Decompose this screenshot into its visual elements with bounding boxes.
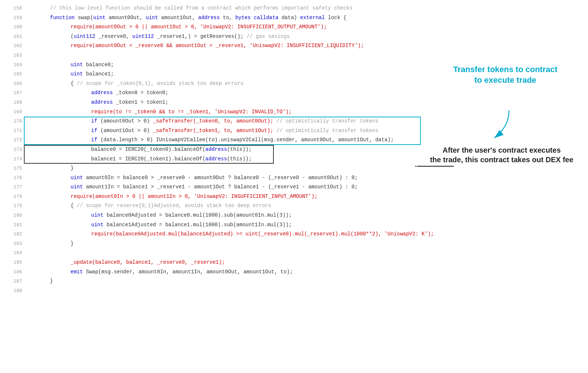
code-line: { // scope for _token{0,1}, avoids stack… xyxy=(29,79,584,89)
code-segment-kw: address xyxy=(91,98,116,107)
code-segment-kw: uint xyxy=(91,220,107,230)
code-line: uint balance1Adjusted = balance1.mul(100… xyxy=(29,220,584,230)
code-segment-kw: emit xyxy=(71,267,86,277)
line-number: 162 xyxy=(7,41,22,51)
code-segment-ident: amount1Out, xyxy=(161,13,198,23)
line-number: 166 xyxy=(7,79,22,89)
line-number: 187 xyxy=(7,277,22,286)
line-number: 183 xyxy=(7,239,22,249)
code-segment-comment: // this low-level function should be cal… xyxy=(50,4,352,13)
code-segment-ident: balance1; xyxy=(86,70,114,79)
code-segment-fn: require(balance0Adjusted.mul(balance1Adj… xyxy=(91,230,434,239)
code-line: require(amount0In > 0 || amount1In > 0, … xyxy=(29,192,584,202)
line-number: 180 xyxy=(7,211,22,220)
code-line: if (amount0Out > 0) _safeTransfer(_token… xyxy=(29,117,584,126)
line-number: 165 xyxy=(7,70,22,79)
line-number: 159 xyxy=(7,13,22,23)
line-number: 160 xyxy=(7,22,22,32)
line-number: 174 xyxy=(7,154,22,164)
code-segment-ident: Swap(msg.sender, amount0In, amount1In, a… xyxy=(86,267,293,277)
code-segment-ident: _token0 = token0; xyxy=(116,88,168,98)
line-number: 163 xyxy=(7,51,22,60)
code-line: } xyxy=(29,164,584,173)
code-segment-kw: address xyxy=(205,154,227,164)
code-line: address _token1 = token1; xyxy=(29,98,584,107)
code-segment-kw: bytes calldata xyxy=(235,13,282,23)
code-line: address _token0 = token0; xyxy=(29,88,584,98)
code-line: uint balance0Adjusted = balance0.mul(100… xyxy=(29,211,584,220)
code-segment-comment: // scope for _token{0,1}, avoids stack t… xyxy=(77,79,244,89)
line-number: 169 xyxy=(7,107,22,117)
code-segment-kw: external xyxy=(300,13,328,23)
code-line: balance1 = IERC20(_token1).balanceOf(add… xyxy=(29,154,584,164)
code-segment-ident: balance0 = IERC20(_token0).balanceOf( xyxy=(91,145,205,154)
code-segment-ident: (amount1Out > 0) xyxy=(100,126,153,136)
code-segment-fn: require(to != _token0 && to != _token1, … xyxy=(91,107,292,117)
code-segment-kw: uint112 xyxy=(74,32,98,42)
code-segment-ident: _token1 = token1; xyxy=(116,98,168,107)
code-line: { // scope for reserve{0,1}Adjusted, avo… xyxy=(29,201,584,211)
code-segment-fn: _safeTransfer(_token0, to, amount0Out); xyxy=(153,117,273,126)
code-segment-ident: { xyxy=(71,79,77,89)
code-line: balance0 = IERC20(_token0).balanceOf(add… xyxy=(29,145,584,154)
code-lines: // this low-level function should be cal… xyxy=(26,4,588,369)
code-line: if (amount1Out > 0) _safeTransfer(_token… xyxy=(29,126,584,136)
code-segment-ident: (amount0Out > 0) xyxy=(100,117,153,126)
code-segment-kw: address xyxy=(198,13,223,23)
code-segment-kw: uint xyxy=(71,60,86,70)
code-segment-fn: require(amount0Out < _reserve0 && amount… xyxy=(71,41,364,51)
code-segment-kw: uint112 xyxy=(132,32,157,42)
code-line xyxy=(29,248,584,258)
line-number: 184 xyxy=(7,248,22,258)
line-number: 172 xyxy=(7,135,22,145)
code-segment-ident: swap( xyxy=(78,13,93,23)
line-number: 175 xyxy=(7,164,22,173)
code-segment-ident: amount1In = balance1 > _reserve1 - amoun… xyxy=(86,182,358,192)
line-number: 177 xyxy=(7,182,22,192)
code-segment-ident: ( xyxy=(71,32,74,42)
code-segment-ident: } xyxy=(71,164,74,173)
code-line: } xyxy=(29,239,584,249)
line-numbers: 1581591601611621631641651661671681691701… xyxy=(0,4,26,369)
code-segment-fn: require(amount0In > 0 || amount1In > 0, … xyxy=(71,192,318,202)
code-segment-kw: uint xyxy=(146,13,161,23)
line-number: 173 xyxy=(7,145,22,154)
code-segment-kw: uint xyxy=(91,211,107,220)
line-number: 158 xyxy=(7,4,22,13)
code-line: uint balance0; xyxy=(29,60,584,70)
code-line: require(amount0Out > 0 || amount1Out > 0… xyxy=(29,22,584,32)
code-segment-comment: // gas savings xyxy=(247,32,290,42)
line-number: 168 xyxy=(7,98,22,107)
code-segment-kw: function xyxy=(50,13,78,23)
code-segment-ident: lock { xyxy=(328,13,346,23)
line-number: 179 xyxy=(7,201,22,211)
code-line: emit Swap(msg.sender, amount0In, amount1… xyxy=(29,267,584,277)
code-line: uint amount1In = balance1 > _reserve1 - … xyxy=(29,182,584,192)
code-segment-ident: } xyxy=(71,239,74,249)
line-number: 182 xyxy=(7,230,22,239)
code-segment-ident: balance1Adjusted = balance1.mul(1000).su… xyxy=(107,220,292,230)
line-number: 178 xyxy=(7,192,22,202)
line-number: 161 xyxy=(7,32,22,42)
line-number: 188 xyxy=(7,286,22,296)
code-line: } xyxy=(29,277,584,286)
code-segment-fn: _safeTransfer(_token1, to, amount1Out); xyxy=(153,126,273,136)
code-segment-ident: to, xyxy=(223,13,236,23)
line-number: 186 xyxy=(7,267,22,277)
line-number: 176 xyxy=(7,173,22,183)
code-line xyxy=(29,51,584,60)
code-segment-fn: _update(balance0, balance1, _reserve0, _… xyxy=(71,258,225,267)
code-line: require(amount0Out < _reserve0 && amount… xyxy=(29,41,584,51)
line-number: 185 xyxy=(7,258,22,267)
line-number: 181 xyxy=(7,220,22,230)
code-line: // this low-level function should be cal… xyxy=(29,4,584,13)
code-segment-ident: balance0Adjusted = balance0.mul(1000).su… xyxy=(107,211,292,220)
code-line: uint amount0In = balance0 > _reserve0 - … xyxy=(29,173,584,183)
code-line: (uint112 _reserve0, uint112 _reserve1,) … xyxy=(29,32,584,42)
code-container: 1581591601611621631641651661671681691701… xyxy=(0,0,588,373)
code-line: function swap(uint amount0Out, uint amou… xyxy=(29,13,584,23)
code-segment-ident: balance0; xyxy=(86,60,114,70)
code-segment-ident: data) xyxy=(282,13,300,23)
code-segment-ident: } xyxy=(50,277,53,286)
line-number: 170 xyxy=(7,117,22,126)
